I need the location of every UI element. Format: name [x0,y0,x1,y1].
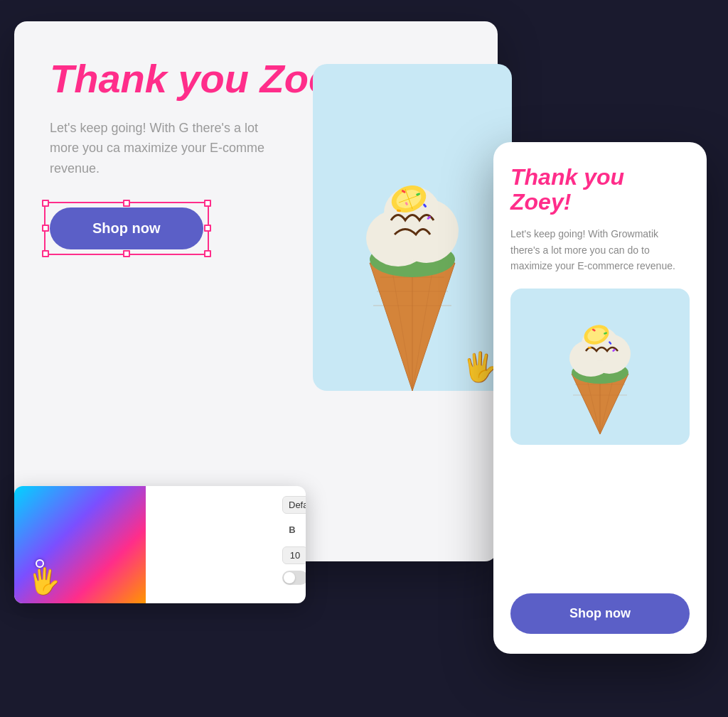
bold-button[interactable]: B [282,519,302,539]
toolbar-row-3: 10 ↺ ≡ ☰ ☰ [282,545,306,565]
edge-to-edge-toggle[interactable] [282,571,306,585]
color-gradient-swatch[interactable]: 🖐 [14,486,146,603]
font-family-label: Default [289,500,306,510]
toolbar-row-1: Default ▾ 20 Tr [282,496,306,514]
handle-tm[interactable] [123,200,130,207]
mobile-heading: Thank you Zoey! [510,165,690,215]
handle-tr[interactable] [204,200,211,207]
toolbar-row-2: B I A ▭ A 🔗 [282,519,306,539]
ice-cream-svg-mobile [554,296,646,438]
mobile-card: Thank you Zoey! Let's keep going! With G… [493,142,707,654]
shop-now-button-mobile[interactable]: Shop now [510,593,690,634]
mobile-ice-cream-box [510,289,690,445]
handle-bm[interactable] [123,250,130,257]
edge-to-edge-row: Edge to edge [282,571,306,585]
formatting-toolbar: Default ▾ 20 Tr B I A ▭ A 🔗 10 ↺ ≡ ☰ ☰ [274,486,306,603]
desktop-card: Thank you Zoey! Let's keep going! With G… [14,21,498,561]
handle-mr[interactable] [204,225,211,232]
color-toolbar-panel: 🖐 Default ▾ 20 Tr B I A ▭ A 🔗 10 ↺ ≡ [14,486,306,603]
line-spacing-input[interactable]: 10 [282,546,306,564]
mobile-subtext: Let's keep going! With Growmatik there's… [510,226,690,274]
handle-ml[interactable] [42,225,49,232]
handle-bl[interactable] [42,250,49,257]
shop-button-container: Shop now [50,207,203,249]
shop-now-button-desktop[interactable]: Shop now [50,207,203,249]
font-family-select[interactable]: Default ▾ [282,496,306,514]
cursor-hand-desktop: 🖐 [462,350,498,384]
desktop-subtext: Let's keep going! With G there's a lot m… [50,118,277,179]
handle-tl[interactable] [42,200,49,207]
handle-br[interactable] [204,250,211,257]
ice-cream-area-desktop: 🖐 [313,64,512,391]
cursor-hand-gradient: 🖐 [28,566,60,596]
toggle-knob [284,572,295,583]
